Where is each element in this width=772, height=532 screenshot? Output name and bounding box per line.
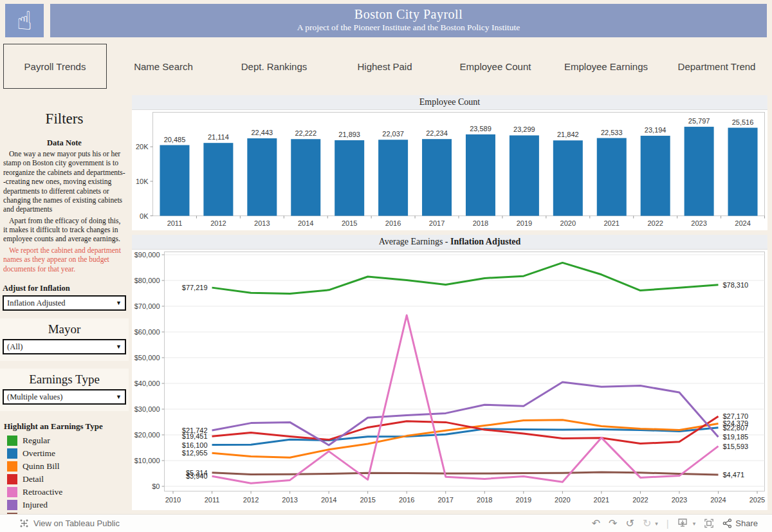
legend-item-injured[interactable]: Injured bbox=[0, 499, 129, 511]
chevron-down-icon: ▼ bbox=[116, 390, 122, 403]
data-note-paragraph-red: We report the cabinet and department nam… bbox=[3, 246, 125, 274]
svg-text:2014: 2014 bbox=[298, 219, 313, 227]
dashboard: ☝ Boston City Payroll A project of the P… bbox=[0, 0, 772, 532]
svg-text:2022: 2022 bbox=[647, 219, 663, 227]
svg-text:21,842: 21,842 bbox=[557, 131, 579, 138]
employee-count-chart-title: Employee Count bbox=[132, 95, 767, 110]
fullscreen-icon[interactable] bbox=[704, 518, 714, 528]
svg-text:10K: 10K bbox=[136, 178, 149, 185]
svg-text:$60,000: $60,000 bbox=[134, 328, 160, 336]
legend-swatch bbox=[7, 500, 17, 510]
mayor-filter-section: Mayor (All) ▼ bbox=[0, 318, 129, 361]
svg-text:2012: 2012 bbox=[243, 496, 259, 504]
inflation-dropdown[interactable]: Inflation Adjusted ▼ bbox=[3, 295, 126, 311]
legend-item-retroactive[interactable]: Retroactive bbox=[0, 486, 129, 499]
svg-text:2021: 2021 bbox=[604, 219, 620, 227]
svg-text:2012: 2012 bbox=[210, 219, 226, 227]
svg-text:$3,940: $3,940 bbox=[186, 472, 208, 480]
app-logo[interactable]: ☝ bbox=[5, 4, 44, 37]
legend-swatch bbox=[7, 461, 17, 472]
page-subtitle: A project of the Pioneer Institute and t… bbox=[50, 23, 767, 33]
refresh-caret-icon[interactable]: ▾ bbox=[655, 520, 658, 527]
svg-text:$12,955: $12,955 bbox=[182, 449, 208, 457]
earnings-type-legend: RegularOvertimeQuinn BillDetailRetroacti… bbox=[0, 434, 129, 524]
redo-icon[interactable]: ↷ bbox=[609, 518, 617, 529]
download-icon[interactable] bbox=[677, 518, 689, 528]
svg-text:2018: 2018 bbox=[473, 219, 488, 227]
svg-text:$70,000: $70,000 bbox=[134, 302, 160, 310]
svg-text:2019: 2019 bbox=[516, 496, 531, 504]
svg-text:21,893: 21,893 bbox=[338, 131, 360, 138]
average-earnings-chart[interactable]: $0$10,000$20,000$30,000$40,000$50,000$60… bbox=[132, 250, 767, 510]
employee-count-chart[interactable]: 0K10K20K20,485201121,114201222,443201322… bbox=[132, 110, 767, 230]
svg-text:2019: 2019 bbox=[517, 219, 532, 227]
legend-label: Quinn Bill bbox=[23, 461, 59, 472]
svg-text:$4,471: $4,471 bbox=[722, 471, 744, 479]
mayor-filter-title: Mayor bbox=[0, 322, 129, 336]
tab-employee-count[interactable]: Employee Count bbox=[440, 44, 551, 89]
employee-count-panel: Employee Count 0K10K20K20,485201121,1142… bbox=[132, 95, 767, 230]
reset-icon[interactable]: ↺ bbox=[626, 518, 634, 529]
svg-text:2025: 2025 bbox=[749, 496, 765, 504]
chart-title-bold: Inflation Adjusted bbox=[450, 237, 520, 246]
refresh-icon[interactable]: ↻ bbox=[643, 518, 651, 529]
inflation-dropdown-value: Inflation Adjusted bbox=[7, 298, 66, 307]
chevron-down-icon: ▼ bbox=[116, 340, 122, 353]
share-label: Share bbox=[735, 518, 758, 528]
chevron-down-icon: ▼ bbox=[116, 297, 122, 309]
legend-label: Regular bbox=[23, 436, 50, 446]
average-earnings-chart-title: Average Earnings - Inflation Adjusted bbox=[132, 235, 767, 250]
svg-text:2024: 2024 bbox=[735, 219, 750, 227]
svg-text:23,299: 23,299 bbox=[513, 125, 535, 133]
tab-payroll-trends[interactable]: Payroll Trends bbox=[3, 44, 107, 89]
tableau-toolbar: View on Tableau Public ↶ ↷ ↺ ↻ ▾ | ▾ bbox=[0, 514, 772, 532]
chart-title-prefix: Average Earnings - bbox=[379, 237, 450, 246]
earnings-type-dropdown[interactable]: (Multiple values) ▼ bbox=[3, 389, 126, 405]
legend-title: Highlight an Earnings Type bbox=[4, 421, 129, 432]
legend-item-regular[interactable]: Regular bbox=[0, 434, 129, 447]
download-caret-icon[interactable]: ▾ bbox=[693, 520, 696, 527]
share-button[interactable]: Share bbox=[722, 518, 758, 528]
tab-dept-rankings[interactable]: Dept. Rankings bbox=[219, 44, 329, 89]
svg-text:$27,170: $27,170 bbox=[722, 412, 748, 420]
legend-item-overtime[interactable]: Overtime bbox=[0, 447, 129, 460]
svg-text:$80,000: $80,000 bbox=[134, 277, 160, 284]
svg-text:$16,100: $16,100 bbox=[182, 441, 208, 449]
svg-text:$19,185: $19,185 bbox=[722, 433, 748, 441]
tab-employee-earnings[interactable]: Employee Earnings bbox=[551, 44, 661, 89]
svg-text:25,516: 25,516 bbox=[732, 118, 754, 126]
data-note-paragraph: Apart from the efficacy of doing this, i… bbox=[3, 217, 125, 244]
legend-swatch bbox=[7, 448, 17, 459]
tab-highest-paid[interactable]: Highest Paid bbox=[329, 44, 440, 89]
toolbar-divider: | bbox=[666, 518, 669, 529]
svg-text:2020: 2020 bbox=[560, 219, 576, 227]
tab-department-trend[interactable]: Department Trend bbox=[661, 44, 772, 89]
mayor-dropdown[interactable]: (All) ▼ bbox=[3, 339, 126, 354]
legend-label: Retroactive bbox=[23, 487, 62, 497]
tab-bar: Name SearchDept. RankingsHighest PaidEmp… bbox=[108, 44, 772, 89]
legend-swatch bbox=[7, 474, 17, 484]
svg-text:2014: 2014 bbox=[321, 496, 336, 504]
tableau-logo-icon bbox=[19, 518, 29, 528]
svg-text:$78,310: $78,310 bbox=[722, 281, 748, 289]
svg-text:20,485: 20,485 bbox=[164, 136, 186, 143]
svg-text:22,234: 22,234 bbox=[426, 129, 448, 137]
svg-text:2010: 2010 bbox=[165, 496, 181, 504]
svg-text:2022: 2022 bbox=[632, 496, 648, 504]
view-on-tableau-public-button[interactable]: View on Tableau Public bbox=[19, 518, 592, 528]
svg-text:22,222: 22,222 bbox=[295, 129, 317, 137]
svg-text:2011: 2011 bbox=[167, 219, 183, 227]
legend-item-detail[interactable]: Detail bbox=[0, 473, 129, 486]
toolbar-actions: ↶ ↷ ↺ ↻ ▾ | ▾ bbox=[592, 518, 758, 529]
legend-item-quinn-bill[interactable]: Quinn Bill bbox=[0, 460, 129, 473]
svg-text:2023: 2023 bbox=[691, 219, 706, 227]
svg-text:22,037: 22,037 bbox=[382, 130, 404, 138]
svg-text:2016: 2016 bbox=[399, 496, 414, 504]
mayor-dropdown-value: (All) bbox=[7, 342, 23, 351]
svg-text:$50,000: $50,000 bbox=[134, 354, 160, 362]
undo-icon[interactable]: ↶ bbox=[592, 518, 600, 529]
svg-text:$0: $0 bbox=[152, 482, 160, 490]
svg-text:2016: 2016 bbox=[385, 219, 401, 227]
earnings-type-filter-section: Earnings Type (Multiple values) ▼ bbox=[0, 369, 129, 411]
tab-name-search[interactable]: Name Search bbox=[108, 44, 219, 89]
